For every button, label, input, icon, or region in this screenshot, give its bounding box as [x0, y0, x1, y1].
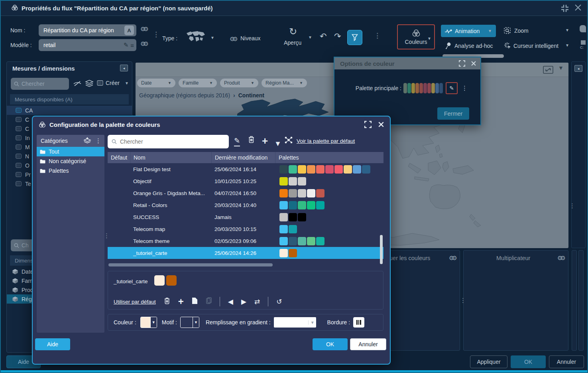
collapsed-panel-strip[interactable] [572, 250, 577, 351]
collapsed-panel-strip[interactable] [578, 250, 584, 351]
ok-button[interactable]: OK [511, 355, 546, 368]
share-palette-icon[interactable] [285, 136, 293, 146]
paste-icon[interactable] [206, 297, 212, 306]
partial-css-icon[interactable] [581, 40, 586, 45]
type-caret-icon[interactable]: ▼ [210, 36, 214, 40]
palette-row[interactable]: Objectif10/01/2025 10:25 [108, 175, 383, 187]
collapse-panel-icon[interactable]: ◂ [120, 65, 128, 71]
motif-select[interactable]: ▼ [180, 317, 199, 328]
category-item[interactable]: Tout [37, 147, 104, 156]
color-options-titlebar[interactable]: Options de couleur [334, 57, 480, 69]
copy-icon[interactable] [192, 297, 198, 306]
add-palette-caret-icon[interactable]: ▼ [274, 140, 281, 148]
palette-row[interactable]: Flat Design test25/06/2024 16:14 [108, 163, 383, 175]
palette-menu-icon[interactable]: ⋮ [462, 85, 468, 92]
niveaux-gears-icon[interactable]: ⚙⚙ [230, 36, 236, 43]
maximize-icon[interactable] [364, 121, 372, 128]
couleur-select[interactable]: ▼ [140, 317, 157, 328]
palette-dialog-titlebar[interactable]: Configuration de la palette de couleurs [33, 116, 390, 132]
appliquer-button[interactable]: Appliquer [470, 355, 507, 368]
breadcrumb-root[interactable]: Géographique (régions depuis 2016) [139, 92, 230, 99]
view-default-palette-link[interactable]: Voir la palette par défaut [297, 138, 355, 144]
measure-item[interactable]: CA [7, 106, 132, 115]
modele-input[interactable] [43, 42, 124, 48]
table-vscrollbar-thumb[interactable] [380, 235, 383, 264]
gear-icon[interactable]: ⚙⚙ [140, 26, 146, 33]
palette-search-field[interactable] [108, 135, 229, 148]
column-defaut[interactable]: Défaut [108, 152, 130, 163]
edit-palette-icon[interactable]: ✎ [234, 136, 240, 146]
zoom-caret-icon[interactable]: ▼ [565, 28, 569, 32]
dialog-ok-button[interactable]: OK [313, 338, 348, 350]
palette-row[interactable]: Retail - Colors20/03/2024 10:40 [108, 199, 383, 211]
edit-palette-button[interactable]: ✎ [446, 82, 458, 94]
analyse-adhoc-button[interactable]: Analyse ad-hoc [454, 43, 493, 49]
translate-icon[interactable]: A [124, 26, 134, 35]
couleurs-button[interactable]: Couleurs ▼ [397, 24, 435, 49]
nom-input[interactable] [43, 27, 124, 34]
category-item[interactable]: Non catégorisé [37, 156, 104, 166]
border-style-button[interactable] [353, 317, 364, 328]
detail-color-swatch[interactable] [154, 275, 165, 286]
collapsed-right-sidebar[interactable]: ◂ [571, 61, 586, 248]
edit-model-icon[interactable]: ✎ [124, 41, 129, 49]
filter-select[interactable]: Date▼ [137, 79, 175, 87]
modele-field[interactable]: ✎ ≡ [39, 39, 136, 51]
close-icon[interactable] [378, 121, 384, 128]
palette-row[interactable]: SUCCESSJamais [108, 211, 383, 223]
add-color-icon[interactable]: + [178, 296, 184, 307]
nom-field[interactable]: A [39, 24, 136, 36]
delete-color-icon[interactable] [164, 297, 170, 306]
palette-row[interactable]: Telecom theme02/05/2023 09:06 [108, 235, 383, 247]
zoom-button[interactable]: Zoom [514, 28, 529, 34]
delete-palette-icon[interactable] [248, 136, 255, 145]
palette-search-input[interactable] [120, 138, 225, 145]
dialog-annuler-button[interactable]: Annuler [350, 338, 386, 350]
main-palette-preview[interactable] [403, 83, 443, 93]
smart-cursor-caret-icon[interactable]: ▼ [565, 43, 569, 47]
category-item[interactable]: Palettes [37, 166, 104, 176]
column-palettes[interactable]: Palettes [275, 152, 383, 163]
refresh-icon[interactable]: ↻ [289, 26, 297, 37]
column-modification[interactable]: Dernière modification [211, 152, 275, 163]
fit-view-icon[interactable] [543, 66, 553, 75]
apercu-button[interactable]: Aperçu [284, 39, 301, 46]
animation-button[interactable]: Animation ▼ [441, 25, 496, 37]
filter-select[interactable]: Région Ma...▼ [262, 79, 307, 87]
palette-row[interactable]: Orange Gris - Digdash Meta...04/07/2024 … [108, 187, 383, 199]
map-resize-handle-icon[interactable]: ⋮ [569, 202, 575, 209]
model-menu-icon[interactable]: ≡ [130, 42, 134, 49]
apply-colors-gears-icon[interactable]: ⚙⚙ [449, 255, 455, 262]
overflow-menu-icon[interactable]: ⋮ [374, 32, 381, 40]
expand-sidebar-icon[interactable]: ◂ [574, 65, 582, 72]
categories-resize-handle-icon[interactable]: ⋮ [104, 232, 110, 239]
undo-icon[interactable]: ↶ [320, 32, 327, 41]
swap-colors-icon[interactable]: ⇄ [254, 298, 260, 306]
use-default-link[interactable]: Utiliser par défaut [114, 299, 156, 305]
table-hscrollbar[interactable] [108, 263, 383, 267]
filter-select[interactable]: Produit▼ [220, 79, 258, 87]
reset-icon[interactable]: ↺ [276, 298, 282, 306]
dialog-aide-button[interactable]: Aide [35, 338, 70, 350]
maximize-icon[interactable] [459, 60, 465, 67]
close-icon[interactable] [471, 61, 476, 66]
detail-color-swatch[interactable] [166, 275, 177, 286]
niveaux-button[interactable]: Niveaux [240, 35, 261, 41]
creer-caret-icon[interactable]: ▼ [125, 81, 129, 85]
hscrollbar-thumb[interactable] [108, 263, 273, 266]
gradient-select[interactable]: ▼ [274, 317, 316, 328]
add-layer-icon[interactable] [83, 137, 91, 144]
filter-select[interactable]: Famille▼ [179, 79, 217, 87]
creer-button[interactable]: Créer [106, 80, 120, 86]
hide-measures-icon[interactable] [73, 80, 82, 89]
measures-search-field[interactable]: Chercher [11, 78, 69, 90]
categories-menu-icon[interactable]: ⋮ [95, 137, 101, 144]
partial-comment-icon[interactable] [580, 25, 586, 32]
filter-button[interactable] [347, 30, 362, 45]
drag-handle-icon[interactable]: ⋮ [153, 30, 159, 39]
restore-window-icon[interactable] [560, 4, 570, 14]
gear-icon[interactable]: ⚙⚙ [140, 40, 146, 47]
redo-icon[interactable]: ↷ [334, 32, 341, 41]
fermer-button[interactable]: Fermer [437, 107, 469, 120]
move-left-icon[interactable]: ◀ [228, 298, 233, 306]
